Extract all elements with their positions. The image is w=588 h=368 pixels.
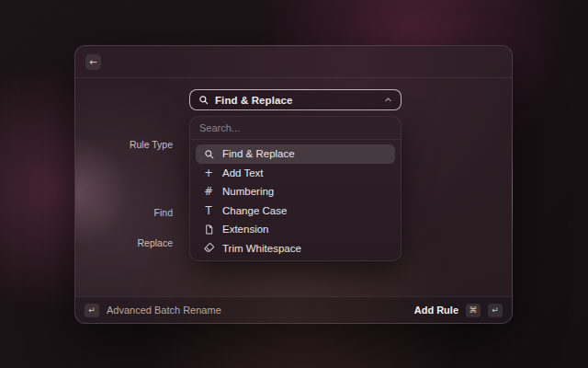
app-window: ← Rule Type Find Replace Find & Replace … [74,45,513,324]
rule-type-select[interactable]: Find & Replace [189,89,401,110]
replace-label: Replace [75,237,173,248]
rule-type-dropdown-menu: Find & Replace + Add Text # Numbering T … [189,116,401,261]
dropdown-search-row [190,117,401,140]
option-label: Find & Replace [222,148,295,159]
option-label: Change Case [222,205,287,216]
option-label: Extension [222,224,269,235]
option-find-replace[interactable]: Find & Replace [196,144,395,164]
chevron-up-icon [384,96,392,104]
find-label: Find [75,207,173,218]
option-extension[interactable]: Extension [196,220,395,239]
option-label: Add Text [222,167,264,178]
plus-icon: + [203,167,214,179]
dropdown-search-input[interactable] [199,122,391,133]
return-key-badge: ↵ [488,304,503,317]
rule-type-label: Rule Type [75,139,173,150]
eraser-icon [203,243,214,253]
option-trim-whitespace[interactable]: Trim Whitespace [196,239,395,259]
app-return-badge: ↵ [85,304,99,317]
search-icon [203,149,214,159]
return-icon: ↵ [492,305,499,315]
app-title: Advanced Batch Rename [107,305,221,316]
command-icon: ⌘ [469,305,478,315]
option-label: Trim Whitespace [222,243,301,254]
rule-type-selected-value: Find & Replace [215,95,292,106]
option-label: Numbering [222,186,274,197]
text-case-icon: T [203,204,214,217]
return-icon: ↵ [88,305,96,315]
back-button[interactable]: ← [85,54,101,70]
file-icon [203,224,214,235]
option-numbering[interactable]: # Numbering [196,182,395,201]
add-rule-button[interactable]: Add Rule [414,305,458,316]
option-change-case[interactable]: T Change Case [196,201,395,221]
window-header: ← [75,46,512,78]
hash-icon: # [203,185,214,198]
dropdown-options-list: Find & Replace + Add Text # Numbering T … [190,140,401,261]
window-footer: ↵ Advanced Batch Rename Add Rule ⌘ ↵ [75,296,512,323]
search-icon [198,95,209,105]
back-arrow-icon: ← [89,57,96,67]
option-add-text[interactable]: + Add Text [196,164,395,183]
command-key-badge: ⌘ [466,304,481,317]
